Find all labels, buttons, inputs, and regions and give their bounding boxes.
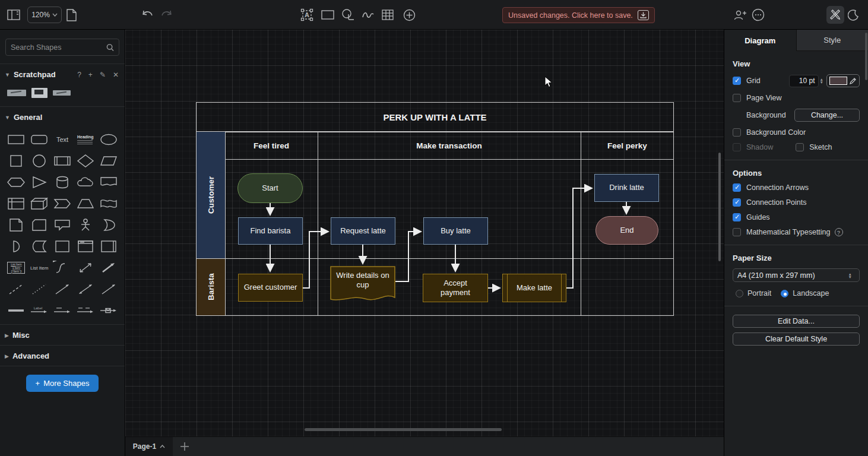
node-end[interactable]: End [595,216,658,245]
shape-process[interactable] [51,153,74,169]
misc-section-header[interactable]: ▶ Misc [0,324,125,345]
shape-list[interactable]: ListItem 1Item 2Item 3 [5,260,28,276]
shape-vertical-container[interactable] [97,239,120,254]
general-section-header[interactable]: ▼ General [0,106,125,127]
shape-bidirectional-arrow[interactable] [74,260,97,276]
landscape-radio[interactable] [781,290,788,297]
grid-size-stepper[interactable]: ▲▼ [820,78,823,84]
shape-text[interactable]: Text [51,132,74,147]
shape-annotation-arrow[interactable] [51,303,74,318]
shape-diamond[interactable] [74,153,97,169]
window-scrollbar[interactable] [865,33,867,80]
node-write-details[interactable]: Write details on cup [330,266,395,305]
shape-cylinder[interactable] [51,175,74,190]
canvas-vertical-scrollbar[interactable] [718,153,721,261]
freehand-tool-icon[interactable] [362,8,375,22]
background-color-checkbox[interactable] [733,128,741,137]
shape-note[interactable] [5,217,28,233]
undo-icon[interactable] [141,8,154,22]
phase-feel-tired[interactable]: Feel tired [225,132,318,159]
rectangle-tool-icon[interactable] [321,8,334,22]
shape-frame[interactable] [74,239,97,254]
shape-line[interactable] [51,281,74,297]
share-add-user-icon[interactable] [734,8,747,22]
shape-directional-connector[interactable] [97,281,120,297]
shape-cube[interactable] [28,196,51,211]
guides-checkbox[interactable] [733,213,741,221]
paper-size-select[interactable]: A4 (210 mm x 297 mm) ▲▼ [733,268,860,282]
unsaved-changes-button[interactable]: Unsaved changes. Click here to save. [502,7,655,23]
node-request-latte[interactable]: Request latte [331,217,395,245]
shape-ellipse[interactable] [97,132,120,147]
page-tab[interactable]: Page-1 [125,437,173,456]
node-make-latte[interactable]: Make latte [502,274,566,302]
shape-callout[interactable] [51,217,74,233]
more-shapes-button[interactable]: + More Shapes [26,375,99,392]
connection-arrows-checkbox[interactable] [733,183,741,192]
shape-hexagon[interactable] [5,175,28,190]
shape-link[interactable] [5,303,28,318]
edit-data-button[interactable]: Edit Data... [733,315,860,328]
insert-plus-icon[interactable] [403,8,416,22]
scratchpad-close-icon[interactable]: ✕ [113,71,119,79]
shape-triangle[interactable] [28,175,51,190]
shape-circle[interactable] [28,153,51,169]
shape-document[interactable] [97,175,120,190]
shape-rounded-rectangle[interactable] [28,132,51,147]
canvas-horizontal-scrollbar[interactable] [305,428,502,431]
add-page-button[interactable] [173,437,197,456]
shape-parallelogram[interactable] [97,153,120,169]
tab-style[interactable]: Style [796,30,868,51]
shape-or[interactable] [97,217,120,233]
shape-cloud[interactable] [74,175,97,190]
page-view-checkbox[interactable] [733,94,741,102]
shape-and[interactable] [5,239,28,254]
math-typesetting-checkbox[interactable] [733,228,741,236]
shape-list-item[interactable]: List Item [28,260,51,276]
node-drink-latte[interactable]: Drink latte [594,174,659,202]
scratchpad-add-icon[interactable]: + [88,71,93,79]
diagram-canvas[interactable]: PERK UP WITH A LATTE Feel tired Make tra… [125,30,724,436]
sketch-checkbox[interactable] [796,143,804,151]
pool-title[interactable]: PERK UP WITH A LATTE [196,102,674,132]
portrait-radio[interactable] [736,290,743,297]
shapes-tool-icon[interactable] [341,8,355,22]
scratchpad-item[interactable] [53,90,71,96]
node-accept-payment[interactable]: Accept payment [423,274,488,302]
search-shapes-box[interactable] [5,39,119,56]
shape-double-label-arrow[interactable] [74,303,97,318]
toggle-shapes-panel-icon[interactable] [7,8,20,22]
shape-step[interactable] [51,196,74,211]
help-question-icon[interactable]: ? [835,228,843,236]
lane-customer-label[interactable]: Customer [197,132,225,258]
scratchpad-section-header[interactable]: ▼ Scratchpad ? + ✎ ✕ [0,64,125,84]
shape-rectangle[interactable] [5,132,28,147]
dark-mode-moon-icon[interactable] [848,8,859,22]
shape-dashed-line[interactable] [5,281,28,297]
shape-square[interactable] [5,153,28,169]
shape-bidirectional-connector[interactable] [74,281,97,297]
shape-curve[interactable] [51,260,74,276]
node-find-barista[interactable]: Find barista [238,217,303,245]
shape-card[interactable] [28,217,51,233]
shape-trapezoid[interactable] [74,196,97,211]
search-shapes-input[interactable] [11,43,106,52]
more-options-icon[interactable] [752,8,765,22]
sketch-style-icon[interactable] [826,6,844,24]
shape-arrow[interactable] [97,260,120,276]
phase-feel-perky[interactable]: Feel perky [581,132,674,159]
advanced-section-header[interactable]: ▶ Advanced [0,345,125,366]
node-start[interactable]: Start [237,173,303,203]
tab-diagram[interactable]: Diagram [724,30,796,51]
shape-heading[interactable]: Heading [74,132,97,147]
shape-dotted-line[interactable] [28,281,51,297]
shape-container[interactable] [51,239,74,254]
redo-icon[interactable] [160,8,173,22]
phase-make-transaction[interactable]: Make transaction [318,132,581,159]
scratchpad-item[interactable] [7,90,26,96]
text-tool-icon[interactable]: A [300,8,313,22]
background-change-button[interactable]: Change... [794,109,860,122]
shape-symbol-arrow[interactable] [97,303,120,318]
zoom-dropdown[interactable]: 120% [27,7,62,23]
node-buy-latte[interactable]: Buy latte [423,217,488,245]
